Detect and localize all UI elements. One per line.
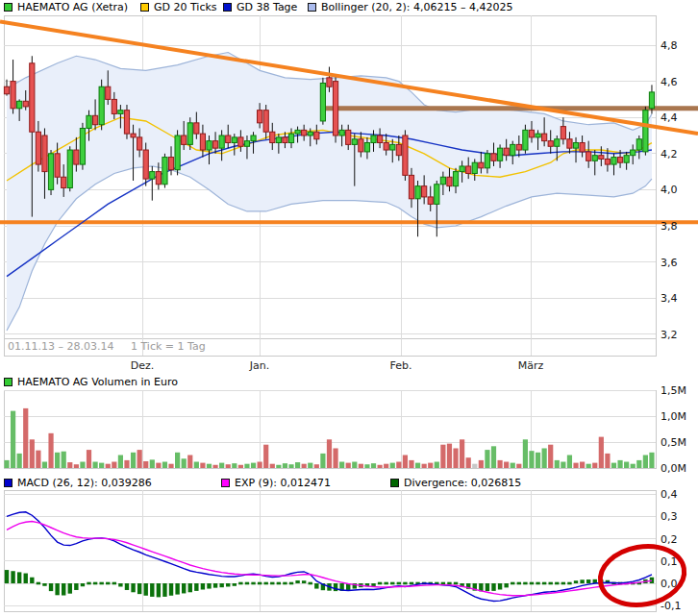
candle-body	[542, 134, 547, 141]
candle-body	[384, 143, 388, 151]
volume-bar	[308, 463, 312, 468]
legend-item-gd38: GD 38 Tage	[223, 1, 297, 13]
divergence-bar	[81, 583, 85, 586]
volume-bar	[288, 464, 293, 468]
candle-body	[23, 101, 28, 107]
divergence-bar	[403, 582, 407, 585]
volume-bar	[561, 462, 565, 468]
exp-label: EXP (9): 0,012471	[235, 477, 331, 489]
candle-body	[175, 136, 180, 170]
volume-bar	[320, 454, 325, 468]
candle-body	[308, 132, 312, 136]
divergence-bar	[213, 583, 217, 588]
candle-body	[605, 159, 610, 164]
divergence-bar	[68, 583, 72, 594]
candle-body	[504, 148, 509, 156]
x-axis-label: Feb.	[390, 359, 412, 372]
volume-bar	[592, 463, 597, 468]
volume-bar	[55, 453, 60, 468]
divergence-bar	[49, 583, 53, 591]
macd-tick-label: 0,4	[661, 488, 678, 501]
candle-body	[30, 63, 35, 132]
divergence-bar	[162, 583, 166, 597]
candle-body	[617, 158, 622, 163]
divergence-bar	[314, 583, 318, 589]
divergence-bar	[125, 583, 129, 590]
divergence-bar	[586, 579, 590, 583]
candle-body	[62, 177, 66, 187]
divergence-bar	[99, 582, 103, 585]
candle-body	[649, 92, 654, 109]
candle-body	[150, 172, 155, 180]
divergence-bar	[441, 582, 445, 585]
volume-label: HAEMATO AG Volumen in Euro	[17, 376, 178, 388]
volume-bar	[352, 462, 357, 468]
candle-body	[327, 78, 332, 86]
volume-bar	[258, 462, 262, 468]
candle-body	[346, 130, 351, 144]
divergence-swatch	[390, 479, 399, 487]
price-tick-label: 4,0	[661, 184, 678, 196]
volume-bar	[194, 462, 199, 468]
volume-bar	[378, 465, 383, 468]
candle-body	[460, 166, 464, 172]
volume-bar	[440, 445, 445, 468]
volume-bar	[359, 464, 363, 468]
candle-body	[636, 139, 641, 150]
volume-bar	[106, 464, 111, 468]
candle-body	[409, 175, 413, 198]
candle-body	[55, 154, 60, 177]
volume-swatch	[4, 378, 12, 386]
candle-body	[36, 132, 40, 164]
candle-body	[87, 115, 91, 128]
divergence-bar	[567, 582, 571, 585]
volume-bar	[251, 463, 256, 468]
volume-bar	[87, 450, 91, 468]
candle-body	[561, 127, 565, 139]
divergence-bar	[447, 582, 451, 585]
candle-body	[112, 99, 116, 113]
divergence-bar	[289, 582, 293, 585]
candle-body	[624, 156, 629, 163]
divergence-bar	[263, 582, 267, 585]
volume-bar	[333, 448, 337, 468]
divergence-bar	[24, 574, 28, 583]
gd20-label: GD 20 Ticks	[154, 1, 217, 13]
candle-body	[435, 185, 439, 205]
divergence-bar	[5, 570, 9, 583]
volume-bar	[605, 454, 610, 468]
candle-body	[472, 162, 477, 173]
divergence-bar	[144, 583, 148, 596]
divergence-bar	[194, 583, 198, 591]
tick-scale-text: 1 Tick = 1 Tag	[131, 340, 206, 353]
volume-bar	[226, 464, 231, 468]
candle-body	[219, 136, 224, 148]
volume-bar	[409, 460, 413, 468]
divergence-bar	[226, 583, 230, 586]
volume-bar	[124, 460, 129, 468]
date-range-text: 01.11.13 – 28.03.14	[8, 340, 113, 353]
divergence-bar	[410, 582, 413, 585]
volume-bar	[479, 460, 484, 468]
x-axis-label: März	[518, 359, 544, 372]
divergence-bar	[150, 583, 154, 597]
candle-body	[263, 111, 268, 133]
volume-bar	[11, 411, 15, 468]
candle-body	[168, 158, 173, 170]
candle-body	[131, 134, 136, 137]
volume-bar	[636, 460, 641, 468]
candle-body	[226, 136, 231, 143]
divergence-bar	[295, 580, 299, 583]
candle-body	[194, 123, 199, 134]
divergence-bar	[62, 583, 65, 596]
candle-body	[74, 150, 79, 164]
volume-bar	[232, 463, 237, 468]
candle-body	[390, 144, 395, 150]
candle-body	[270, 132, 275, 142]
divergence-bar	[302, 580, 306, 583]
candle-body	[99, 86, 104, 124]
volume-bar	[162, 462, 167, 468]
candle-body	[523, 130, 528, 150]
macd-swatch	[4, 479, 12, 487]
volume-bar	[143, 461, 148, 468]
